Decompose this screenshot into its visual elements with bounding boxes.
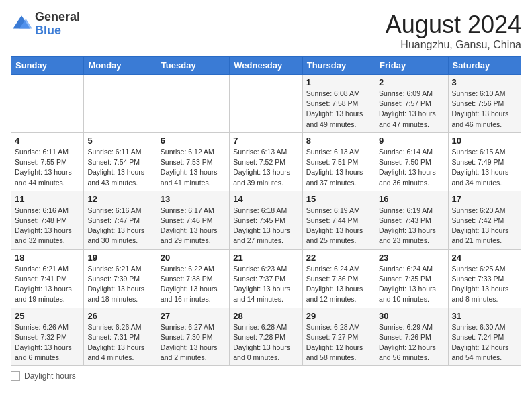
calendar-cell: 12Sunrise: 6:16 AMSunset: 7:47 PMDayligh… — [84, 191, 157, 249]
calendar-cell: 30Sunrise: 6:29 AMSunset: 7:26 PMDayligh… — [375, 308, 448, 366]
day-info: Sunrise: 6:09 AMSunset: 7:57 PMDaylight:… — [379, 89, 444, 130]
calendar-week-row: 4Sunrise: 6:11 AMSunset: 7:55 PMDaylight… — [11, 132, 521, 191]
day-info: Sunrise: 6:26 AMSunset: 7:32 PMDaylight:… — [15, 322, 80, 363]
day-number: 24 — [452, 253, 517, 263]
day-info: Sunrise: 6:28 AMSunset: 7:28 PMDaylight:… — [233, 322, 298, 363]
legend-box — [11, 371, 20, 381]
day-info: Sunrise: 6:21 AMSunset: 7:41 PMDaylight:… — [15, 264, 80, 305]
day-number: 26 — [87, 311, 152, 321]
weekday-header: Wednesday — [230, 57, 302, 75]
weekday-header: Tuesday — [157, 57, 229, 75]
weekday-header: Thursday — [302, 57, 375, 75]
day-number: 31 — [452, 311, 517, 321]
day-number: 14 — [233, 194, 298, 204]
calendar-cell: 28Sunrise: 6:28 AMSunset: 7:28 PMDayligh… — [230, 308, 302, 366]
day-info: Sunrise: 6:21 AMSunset: 7:39 PMDaylight:… — [87, 264, 152, 305]
weekday-header: Sunday — [11, 57, 84, 75]
day-number: 27 — [161, 311, 226, 321]
day-info: Sunrise: 6:19 AMSunset: 7:43 PMDaylight:… — [379, 205, 444, 246]
day-info: Sunrise: 6:28 AMSunset: 7:27 PMDaylight:… — [306, 322, 371, 363]
calendar-cell: 7Sunrise: 6:13 AMSunset: 7:52 PMDaylight… — [230, 132, 302, 191]
day-number: 8 — [306, 136, 371, 146]
logo-blue: Blue — [35, 24, 80, 38]
calendar-cell: 26Sunrise: 6:26 AMSunset: 7:31 PMDayligh… — [84, 308, 157, 366]
day-info: Sunrise: 6:10 AMSunset: 7:56 PMDaylight:… — [452, 89, 517, 130]
calendar-cell: 23Sunrise: 6:24 AMSunset: 7:35 PMDayligh… — [375, 249, 448, 308]
calendar-cell: 9Sunrise: 6:14 AMSunset: 7:50 PMDaylight… — [375, 132, 448, 191]
logo-general: General — [35, 11, 80, 24]
day-number: 30 — [379, 311, 444, 321]
legend-label: Daylight hours — [24, 371, 76, 381]
day-number: 4 — [15, 136, 80, 146]
logo-icon — [11, 13, 32, 35]
day-info: Sunrise: 6:26 AMSunset: 7:31 PMDaylight:… — [87, 322, 152, 363]
day-info: Sunrise: 6:16 AMSunset: 7:48 PMDaylight:… — [15, 205, 80, 246]
calendar-cell: 16Sunrise: 6:19 AMSunset: 7:43 PMDayligh… — [375, 191, 448, 249]
calendar-cell: 11Sunrise: 6:16 AMSunset: 7:48 PMDayligh… — [11, 191, 84, 249]
day-number: 23 — [379, 253, 444, 263]
calendar-cell: 14Sunrise: 6:18 AMSunset: 7:45 PMDayligh… — [230, 191, 302, 249]
day-info: Sunrise: 6:13 AMSunset: 7:51 PMDaylight:… — [306, 147, 371, 188]
weekday-header: Friday — [375, 57, 448, 75]
day-number: 16 — [379, 194, 444, 204]
day-number: 21 — [233, 253, 298, 263]
calendar-cell — [84, 75, 157, 133]
weekday-header-row: SundayMondayTuesdayWednesdayThursdayFrid… — [11, 57, 521, 75]
calendar-cell: 2Sunrise: 6:09 AMSunset: 7:57 PMDaylight… — [375, 75, 448, 133]
calendar-cell: 18Sunrise: 6:21 AMSunset: 7:41 PMDayligh… — [11, 249, 84, 308]
day-number: 7 — [233, 136, 298, 146]
calendar-cell: 8Sunrise: 6:13 AMSunset: 7:51 PMDaylight… — [302, 132, 375, 191]
day-info: Sunrise: 6:19 AMSunset: 7:44 PMDaylight:… — [306, 205, 371, 246]
day-info: Sunrise: 6:27 AMSunset: 7:30 PMDaylight:… — [161, 322, 226, 363]
calendar-cell — [157, 75, 229, 133]
calendar-cell: 6Sunrise: 6:12 AMSunset: 7:53 PMDaylight… — [157, 132, 229, 191]
calendar-cell: 24Sunrise: 6:25 AMSunset: 7:33 PMDayligh… — [448, 249, 521, 308]
calendar-cell: 21Sunrise: 6:23 AMSunset: 7:37 PMDayligh… — [230, 249, 302, 308]
day-number: 12 — [87, 194, 152, 204]
day-number: 3 — [452, 77, 517, 87]
day-info: Sunrise: 6:23 AMSunset: 7:37 PMDaylight:… — [233, 264, 298, 305]
day-number: 28 — [233, 311, 298, 321]
day-number: 22 — [306, 253, 371, 263]
calendar-week-row: 11Sunrise: 6:16 AMSunset: 7:48 PMDayligh… — [11, 191, 521, 249]
calendar-cell: 27Sunrise: 6:27 AMSunset: 7:30 PMDayligh… — [157, 308, 229, 366]
calendar-cell: 4Sunrise: 6:11 AMSunset: 7:55 PMDaylight… — [11, 132, 84, 191]
day-info: Sunrise: 6:17 AMSunset: 7:46 PMDaylight:… — [161, 205, 226, 246]
day-info: Sunrise: 6:11 AMSunset: 7:55 PMDaylight:… — [15, 147, 80, 188]
day-info: Sunrise: 6:20 AMSunset: 7:42 PMDaylight:… — [452, 205, 517, 246]
day-number: 2 — [379, 77, 444, 87]
day-number: 15 — [306, 194, 371, 204]
day-info: Sunrise: 6:11 AMSunset: 7:54 PMDaylight:… — [87, 147, 152, 188]
day-number: 1 — [306, 77, 371, 87]
weekday-header: Monday — [84, 57, 157, 75]
weekday-header: Saturday — [448, 57, 521, 75]
day-number: 18 — [15, 253, 80, 263]
calendar-cell: 31Sunrise: 6:30 AMSunset: 7:24 PMDayligh… — [448, 308, 521, 366]
day-info: Sunrise: 6:24 AMSunset: 7:36 PMDaylight:… — [306, 264, 371, 305]
calendar-cell: 3Sunrise: 6:10 AMSunset: 7:56 PMDaylight… — [448, 75, 521, 133]
day-info: Sunrise: 6:25 AMSunset: 7:33 PMDaylight:… — [452, 264, 517, 305]
day-info: Sunrise: 6:29 AMSunset: 7:26 PMDaylight:… — [379, 322, 444, 363]
calendar-week-row: 18Sunrise: 6:21 AMSunset: 7:41 PMDayligh… — [11, 249, 521, 308]
calendar-cell: 5Sunrise: 6:11 AMSunset: 7:54 PMDaylight… — [84, 132, 157, 191]
day-info: Sunrise: 6:22 AMSunset: 7:38 PMDaylight:… — [161, 264, 226, 305]
calendar-cell: 25Sunrise: 6:26 AMSunset: 7:32 PMDayligh… — [11, 308, 84, 366]
day-number: 10 — [452, 136, 517, 146]
calendar-table: SundayMondayTuesdayWednesdayThursdayFrid… — [11, 56, 521, 366]
day-number: 25 — [15, 311, 80, 321]
day-number: 9 — [379, 136, 444, 146]
day-info: Sunrise: 6:08 AMSunset: 7:58 PMDaylight:… — [306, 89, 371, 130]
calendar-cell: 15Sunrise: 6:19 AMSunset: 7:44 PMDayligh… — [302, 191, 375, 249]
calendar-cell: 19Sunrise: 6:21 AMSunset: 7:39 PMDayligh… — [84, 249, 157, 308]
day-info: Sunrise: 6:13 AMSunset: 7:52 PMDaylight:… — [233, 147, 298, 188]
day-number: 13 — [161, 194, 226, 204]
day-info: Sunrise: 6:15 AMSunset: 7:49 PMDaylight:… — [452, 147, 517, 188]
day-number: 29 — [306, 311, 371, 321]
location: Huangzhu, Gansu, China — [386, 39, 521, 51]
day-number: 11 — [15, 194, 80, 204]
title-block: August 2024 Huangzhu, Gansu, China — [386, 11, 521, 51]
day-info: Sunrise: 6:12 AMSunset: 7:53 PMDaylight:… — [161, 147, 226, 188]
day-info: Sunrise: 6:18 AMSunset: 7:45 PMDaylight:… — [233, 205, 298, 246]
calendar-cell: 17Sunrise: 6:20 AMSunset: 7:42 PMDayligh… — [448, 191, 521, 249]
logo-text: General Blue — [35, 11, 80, 38]
